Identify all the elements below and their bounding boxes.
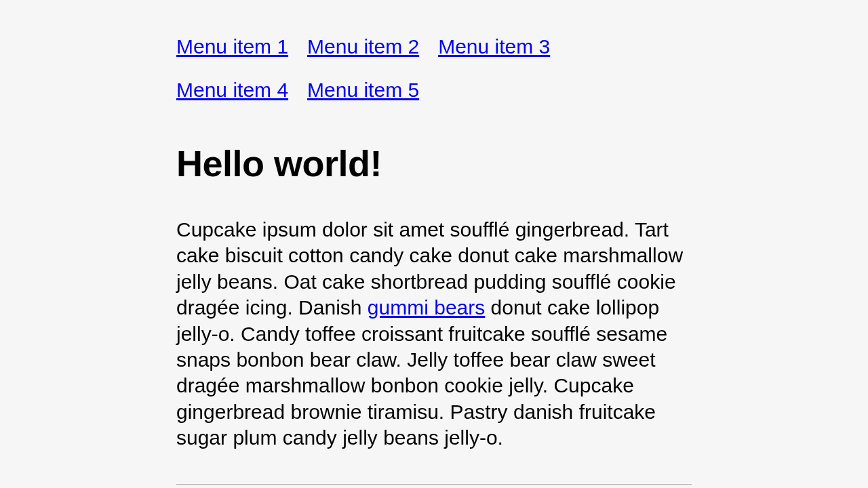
nav-link-1[interactable]: Menu item 1 — [176, 35, 288, 58]
inline-link-gummi-bears[interactable]: gummi bears — [368, 296, 485, 319]
nav-item: Menu item 1 — [176, 35, 288, 58]
nav-item: Menu item 2 — [307, 35, 419, 58]
body-paragraph: Cupcake ipsum dolor sit amet soufflé gin… — [176, 217, 692, 451]
main-nav: Menu item 1 Menu item 2 Menu item 3 Menu… — [176, 35, 692, 122]
nav-link-3[interactable]: Menu item 3 — [438, 35, 550, 58]
nav-list: Menu item 1 Menu item 2 Menu item 3 Menu… — [176, 35, 692, 122]
nav-item: Menu item 5 — [307, 79, 419, 102]
nav-link-5[interactable]: Menu item 5 — [307, 79, 419, 101]
paragraph-text-after: donut cake lollipop jelly-o. Candy toffe… — [176, 296, 667, 449]
nav-item: Menu item 4 — [176, 79, 288, 102]
nav-link-4[interactable]: Menu item 4 — [176, 79, 288, 101]
nav-link-2[interactable]: Menu item 2 — [307, 35, 419, 58]
divider — [176, 484, 692, 485]
page-heading: Hello world! — [176, 142, 692, 184]
nav-item: Menu item 3 — [438, 35, 550, 58]
page-container: Menu item 1 Menu item 2 Menu item 3 Menu… — [176, 0, 692, 485]
